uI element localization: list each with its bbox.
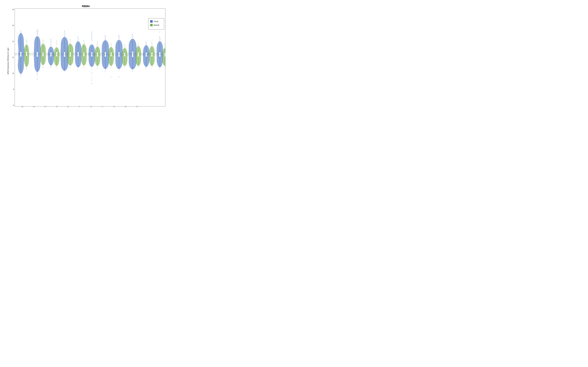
plot-area [15,8,165,106]
coad-normal [54,41,60,69]
svg-point-153 [91,36,92,37]
svg-point-101 [65,36,65,36]
svg-point-186 [105,37,105,37]
svg-point-125 [77,38,78,39]
svg-point-240 [132,37,133,37]
violin-svg [15,8,165,106]
svg-point-269 [145,68,146,69]
y-tick: 8 [13,104,14,106]
svg-point-85 [56,44,57,44]
svg-point-263 [145,43,146,43]
svg-point-215 [119,38,119,38]
legend: Tumor Normal [148,18,164,29]
svg-point-178 [97,68,98,69]
svg-point-251 [138,44,138,45]
svg-point-106 [70,54,71,55]
svg-point-61 [43,68,43,68]
svg-point-244 [132,71,132,72]
svg-point-39 [37,33,38,33]
svg-point-267 [146,67,146,67]
svg-point-237 [133,35,133,35]
svg-point-275 [152,43,153,43]
legend-tumor: Tumor [150,20,162,23]
svg-point-43 [37,79,38,79]
svg-point-150 [91,34,92,34]
svg-point-8 [20,33,21,33]
svg-point-58 [43,65,43,65]
legend-normal-label: Normal [154,24,159,26]
svg-point-226 [124,46,124,47]
svg-point-303 [165,45,165,46]
svg-point-137 [84,41,84,42]
y-axis-label: mRNA Expression (RNASeq V2, log2) [6,8,10,107]
svg-point-188 [105,38,106,39]
svg-point-75 [51,66,52,67]
svg-point-154 [92,37,92,37]
svg-point-202 [111,46,111,47]
svg-point-296 [160,68,160,69]
brca-tumor [34,29,41,79]
svg-point-21 [26,41,27,41]
svg-point-254 [138,65,138,66]
svg-point-287 [159,36,160,37]
svg-point-211 [119,35,119,35]
svg-point-309 [164,67,165,68]
svg-point-164 [92,72,92,73]
svg-point-155 [91,38,92,38]
svg-point-224 [124,44,125,45]
svg-point-55 [43,42,44,42]
svg-point-253 [138,46,138,46]
svg-point-265 [146,44,147,44]
svg-point-111 [69,41,70,42]
svg-point-41 [38,34,38,35]
svg-point-282 [152,40,152,40]
svg-point-148 [91,32,92,32]
svg-point-193 [105,71,105,71]
svg-point-143 [84,67,84,67]
chart-title: RBM4 [82,5,90,8]
ucec-tumor [157,32,163,69]
svg-point-175 [97,65,97,66]
svg-point-307 [164,65,165,66]
svg-point-161 [92,79,92,79]
svg-point-97 [64,33,64,33]
svg-point-291 [160,39,160,40]
svg-point-219 [119,77,119,77]
lusc-normal [122,44,127,68]
svg-point-238 [132,35,132,36]
svg-point-138 [83,42,84,42]
svg-point-266 [146,45,146,45]
svg-point-139 [84,43,85,43]
svg-point-227 [125,47,125,47]
svg-point-66 [50,39,51,39]
svg-point-57 [42,43,43,43]
y-tick: 10 [12,73,14,74]
svg-point-11 [21,34,21,34]
svg-point-277 [152,44,153,45]
y-tick: 13 [12,25,14,26]
svg-point-37 [37,32,38,32]
svg-point-159 [92,83,92,83]
svg-point-136 [83,40,84,41]
svg-point-157 [91,39,92,40]
chart-container: RBM4 mRNA Expression (RNASeq V2, log2) 1… [6,3,165,104]
svg-point-167 [97,54,98,55]
svg-point-45 [37,73,38,73]
legend-tumor-box [150,20,153,23]
svg-point-89 [56,67,56,68]
svg-point-34 [37,30,38,31]
svg-point-271 [152,54,152,55]
svg-point-46 [36,74,37,74]
svg-point-60 [43,67,44,67]
svg-point-201 [111,46,112,46]
svg-point-6 [20,31,21,31]
svg-point-83 [56,42,56,43]
svg-point-49 [43,54,43,55]
svg-rect-232 [132,51,133,57]
luad-normal [108,43,114,77]
chart-main: 141312111098 [10,8,165,107]
svg-point-217 [119,69,119,69]
svg-point-191 [105,69,105,69]
svg-point-112 [70,42,71,42]
svg-point-38 [37,33,37,33]
